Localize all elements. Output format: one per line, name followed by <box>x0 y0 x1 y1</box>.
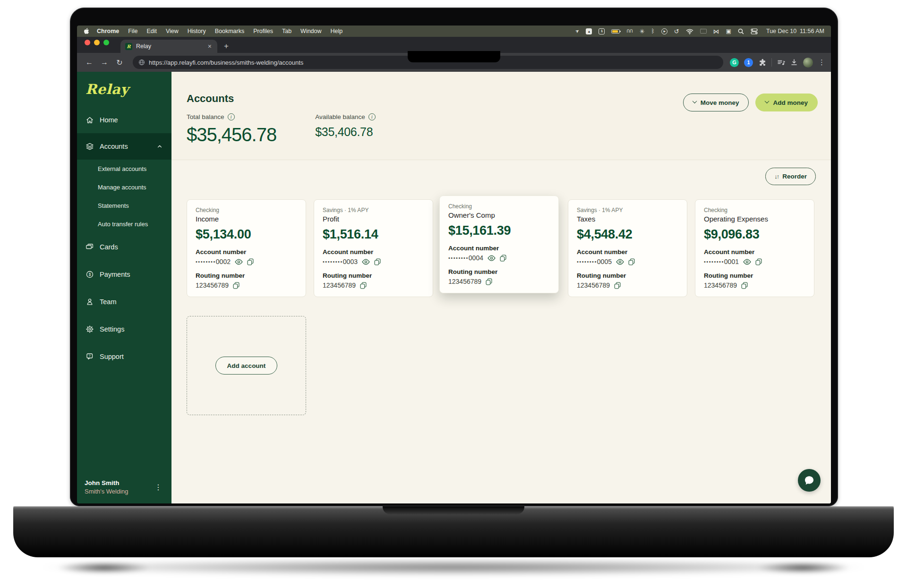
menubar-item-help[interactable]: Help <box>331 28 343 34</box>
menubar-item-history[interactable]: History <box>188 28 206 34</box>
info-icon[interactable]: i <box>228 113 235 120</box>
maximize-window-button[interactable] <box>103 40 109 45</box>
tab-close-icon[interactable]: × <box>207 43 213 50</box>
sidebar-item-settings[interactable]: Settings <box>77 315 171 343</box>
copy-icon[interactable] <box>233 282 240 289</box>
grammarly-extension-icon[interactable]: G <box>730 58 739 67</box>
sidebar-item-accounts[interactable]: Accounts <box>77 133 171 160</box>
home-icon <box>86 116 94 124</box>
menubar-item-chrome[interactable]: Chrome <box>97 28 119 34</box>
display-mirroring-icon[interactable] <box>700 29 707 34</box>
minimize-window-button[interactable] <box>94 40 100 45</box>
sidebar-item-support[interactable]: ? Support <box>77 343 171 370</box>
menubar-item-edit[interactable]: Edit <box>146 28 157 34</box>
spotlight-icon[interactable] <box>738 28 744 34</box>
chat-widget-button[interactable] <box>798 469 821 492</box>
account-number-label: Account number <box>323 248 424 256</box>
close-window-button[interactable] <box>85 40 90 45</box>
media-controls-icon[interactable] <box>777 59 785 66</box>
browser-menu-icon[interactable]: ⋮ <box>818 58 825 67</box>
reveal-eye-icon[interactable] <box>743 259 751 265</box>
reveal-eye-icon[interactable] <box>362 259 370 265</box>
butterfly-icon[interactable]: ⋈ <box>713 28 719 34</box>
browser-tab-relay[interactable]: R Relay × <box>120 40 217 53</box>
account-number-label: Account number <box>704 248 805 256</box>
copy-icon[interactable] <box>374 258 381 265</box>
onepassword-extension-icon[interactable]: 1 <box>744 58 753 67</box>
relay-logo[interactable]: Relay <box>77 72 171 107</box>
account-card-profit[interactable]: Savings · 1% APY Profit $1,516.14 Accoun… <box>314 199 433 297</box>
user-block[interactable]: John Smith Smith's Welding ⋮ <box>77 474 171 503</box>
accounts-section: ↓↑ Reorder Checking Income $5,134.00 Acc… <box>171 160 831 503</box>
copy-icon[interactable] <box>500 255 506 262</box>
menubar-item-window[interactable]: Window <box>300 28 321 34</box>
sidebar-item-team[interactable]: Team <box>77 288 171 315</box>
apple-menu-icon[interactable] <box>84 28 89 34</box>
masked-digits: 0003 <box>343 258 358 265</box>
laptop-foot-shadow <box>57 562 151 573</box>
account-card-taxes[interactable]: Savings · 1% APY Taxes $4,548.42 Account… <box>568 199 687 297</box>
add-account-button[interactable]: Add account <box>215 357 278 375</box>
user-menu-icon[interactable]: ⋮ <box>153 483 164 492</box>
copy-icon[interactable] <box>741 282 748 289</box>
sidebar-item-home[interactable]: Home <box>77 107 171 133</box>
copy-icon[interactable] <box>614 282 621 289</box>
reveal-eye-icon[interactable] <box>235 259 243 265</box>
notes-icon[interactable]: ▣ <box>726 28 731 34</box>
time-machine-icon[interactable]: ↺ <box>674 28 679 34</box>
forward-button[interactable]: → <box>98 56 111 69</box>
play-circle-icon[interactable]: ▶ <box>661 28 667 34</box>
reload-button[interactable]: ↻ <box>113 56 126 69</box>
menubar-item-bookmarks[interactable]: Bookmarks <box>215 28 245 34</box>
downloads-icon[interactable] <box>790 59 798 66</box>
copy-icon[interactable] <box>360 282 367 289</box>
add-money-button[interactable]: Add money <box>755 94 818 111</box>
svg-text:$: $ <box>89 272 91 277</box>
reorder-button[interactable]: ↓↑ Reorder <box>765 168 816 185</box>
sidebar-item-external-accounts[interactable]: External accounts <box>77 160 171 178</box>
menubar-item-profiles[interactable]: Profiles <box>253 28 273 34</box>
menubar-item-file[interactable]: File <box>128 28 137 34</box>
site-info-globe-icon[interactable] <box>138 59 145 66</box>
chrome-tabstrip: R Relay × + <box>77 37 831 53</box>
profile-avatar[interactable] <box>803 58 813 68</box>
account-card-operating-expenses[interactable]: Checking Operating Expenses $9,096.83 Ac… <box>695 199 814 297</box>
reveal-eye-icon[interactable] <box>488 255 496 261</box>
control-center-icon[interactable] <box>751 28 758 34</box>
url-text: https://app.relayfi.com/business/smiths-… <box>149 59 303 66</box>
info-icon[interactable]: i <box>368 113 376 120</box>
app-a-status-icon[interactable]: ▲ <box>586 28 592 34</box>
new-tab-button[interactable]: + <box>224 42 229 53</box>
account-card-owners-comp[interactable]: Checking Owner's Comp $15,161.39 Account… <box>439 196 559 293</box>
sidebar-item-payments[interactable]: $ Payments <box>77 261 171 288</box>
routing-number-value: 123456789 <box>704 281 737 289</box>
sidebar-item-auto-transfer-rules[interactable]: Auto transfer rules <box>77 215 171 233</box>
copy-icon[interactable] <box>247 258 254 265</box>
reveal-eye-icon[interactable] <box>616 259 624 265</box>
airpods-icon[interactable]: ՈՈ <box>626 29 633 34</box>
menubar-clock[interactable]: Tue Dec 10 11:56 AM <box>766 28 824 34</box>
menubar-item-view[interactable]: View <box>166 28 179 34</box>
account-card-income[interactable]: Checking Income $5,134.00 Account number… <box>187 199 306 297</box>
sidebar-item-manage-accounts[interactable]: Manage accounts <box>77 178 171 196</box>
menubar-item-tab[interactable]: Tab <box>282 28 291 34</box>
copy-icon[interactable] <box>628 258 635 265</box>
sidebar: Relay Home Accounts External accounts Ma… <box>77 72 171 503</box>
battery-icon[interactable] <box>611 29 620 34</box>
sidebar-item-statements[interactable]: Statements <box>77 196 171 215</box>
routing-number-label: Routing number <box>577 272 678 279</box>
account-name: Operating Expenses <box>704 215 805 223</box>
move-money-button[interactable]: Move money <box>683 94 749 111</box>
back-button[interactable]: ← <box>83 56 96 69</box>
sidebar-item-label: Team <box>100 298 116 306</box>
settings-asterisk-icon[interactable]: ✳ <box>640 28 645 34</box>
wifi-icon[interactable] <box>686 28 693 34</box>
bluetooth-icon[interactable]: ᛒ <box>651 28 655 34</box>
copy-icon[interactable] <box>755 258 762 265</box>
copy-icon[interactable] <box>486 278 492 285</box>
onepassword-status-icon[interactable]: 1 <box>599 28 605 34</box>
cursor-status-icon[interactable]: ➤ <box>574 28 581 34</box>
sidebar-item-cards[interactable]: Cards <box>77 233 171 261</box>
extensions-puzzle-icon[interactable] <box>758 59 766 67</box>
routing-number-value: 123456789 <box>577 281 610 289</box>
